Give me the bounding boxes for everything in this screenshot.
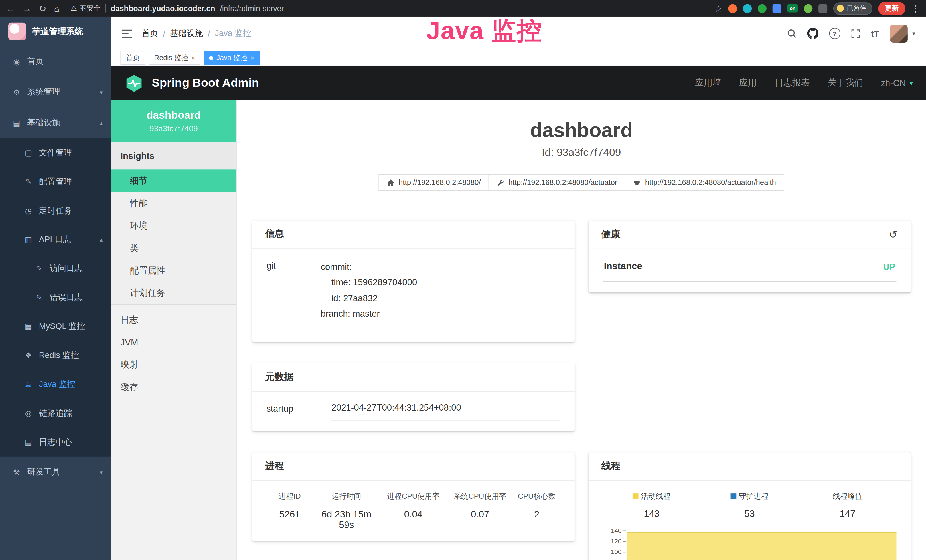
url-path: /infra/admin-server xyxy=(220,4,284,12)
sidebar-item-label: 基础设施 xyxy=(27,118,60,128)
app-logo-icon xyxy=(8,23,26,40)
close-icon[interactable]: × xyxy=(250,54,254,62)
tags-view-bar: 首页 Redis 监控 × Java 监控 × xyxy=(111,50,926,66)
tab-redis-monitor[interactable]: Redis 监控 × xyxy=(149,51,200,65)
hamburger-icon[interactable] xyxy=(122,29,132,38)
home-icon xyxy=(387,179,394,186)
sidebar-item-file-mgmt[interactable]: ▢ 文件管理 xyxy=(0,138,111,167)
chrome-update-button[interactable]: 更新 xyxy=(878,2,905,15)
sidebar-item-api-logs[interactable]: ▥ API 日志 ▴ xyxy=(0,225,111,254)
chevron-up-icon: ▴ xyxy=(100,120,103,126)
tab-home[interactable]: 首页 xyxy=(120,51,145,65)
forward-icon[interactable]: → xyxy=(23,4,31,12)
sidebar-item-metrics[interactable]: 性能 xyxy=(111,192,236,215)
reload-icon[interactable]: ↻ xyxy=(39,4,47,12)
sba-nav-about[interactable]: 关于我们 xyxy=(828,77,863,88)
sidebar-item-mysql-monitor[interactable]: ▦ MySQL 监控 xyxy=(0,312,111,341)
history-icon[interactable]: ↺ xyxy=(889,228,897,241)
fullscreen-icon[interactable] xyxy=(851,29,860,38)
sidebar-item-label: 链路追踪 xyxy=(39,408,72,419)
back-icon[interactable]: ← xyxy=(6,4,15,12)
sidebar-item-infrastructure[interactable]: ▤ 基础设施 ▴ xyxy=(0,107,111,138)
chevron-up-icon: ▴ xyxy=(100,236,103,243)
sidebar-item-mappings[interactable]: 映射 xyxy=(111,353,236,376)
health-instance-row[interactable]: Instance UP xyxy=(602,260,896,282)
sidebar-item-redis-monitor[interactable]: ❖ Redis 监控 xyxy=(0,341,111,370)
sidebar-item-cron-jobs[interactable]: ◷ 定时任务 xyxy=(0,196,111,225)
bookmark-star-icon[interactable]: ☆ xyxy=(714,4,722,12)
close-icon[interactable]: × xyxy=(191,54,195,62)
extension-icon-leaf[interactable] xyxy=(803,4,813,12)
card-title: 健康 xyxy=(601,228,620,241)
instance-detail-pane: dashboard Id: 93a3fc7f7409 http://192.16… xyxy=(237,100,926,560)
endpoint-actuator[interactable]: http://192.168.0.2:48080/actuator xyxy=(489,174,626,191)
col-value: 0.04 xyxy=(380,509,446,520)
process-col-proc-cpu: 进程CPU使用率 0.04 xyxy=(380,492,446,531)
sidebar-item-classes[interactable]: 类 xyxy=(111,237,236,259)
process-col-uptime: 运行时间 6d 23h 15m 59s xyxy=(313,492,380,531)
browser-menu-icon[interactable]: ⋮ xyxy=(911,4,920,12)
info-line: id: 27aa832 xyxy=(321,291,560,306)
security-warning[interactable]: ⚠ 不安全 xyxy=(71,3,101,13)
extension-icon-orange[interactable] xyxy=(728,4,737,12)
sidebar-item-log-center[interactable]: ▤ 日志中心 xyxy=(0,428,111,456)
extension-icon-blue[interactable] xyxy=(773,4,781,12)
axis-tick: 140 xyxy=(611,527,622,534)
process-card-header: 进程 xyxy=(252,453,574,481)
extension-icon-teal[interactable] xyxy=(743,4,752,12)
github-icon[interactable] xyxy=(807,28,818,39)
instance-header[interactable]: dashboard 93a3fc7f7409 xyxy=(111,100,236,142)
sba-logo-icon[interactable] xyxy=(124,73,144,93)
browser-toolbar-right: ☆ on 已暂停 更新 ⋮ xyxy=(714,2,920,15)
sidebar-item-details[interactable]: 细节 xyxy=(111,170,236,192)
address-bar[interactable]: ⚠ 不安全 dashboard.yudao.iocoder.cn/infra/a… xyxy=(71,3,284,13)
search-icon[interactable] xyxy=(787,28,796,38)
sidebar-item-access-logs[interactable]: ✎ 访问日志 xyxy=(0,254,111,283)
sidebar-item-label: 日志中心 xyxy=(39,437,72,447)
home-icon[interactable]: ⌂ xyxy=(54,4,60,12)
help-icon[interactable]: ? xyxy=(829,28,840,39)
sidebar-item-config-props[interactable]: 配置属性 xyxy=(111,259,236,282)
endpoint-health[interactable]: http://192.168.0.2:48080/actuator/health xyxy=(625,174,784,191)
sidebar-item-caches[interactable]: 缓存 xyxy=(111,376,236,398)
sidebar-item-jvm[interactable]: JVM xyxy=(111,331,236,353)
col-value: 2 xyxy=(513,509,560,520)
extensions-puzzle-icon[interactable] xyxy=(819,4,827,12)
locale-selector[interactable]: zh-CN ▾ xyxy=(881,78,913,88)
breadcrumb-home[interactable]: 首页 xyxy=(142,28,158,38)
paused-badge[interactable]: 已暂停 xyxy=(833,2,872,14)
sidebar-item-home[interactable]: ◉ 首页 xyxy=(0,46,111,77)
sba-nav-journal[interactable]: 日志报表 xyxy=(775,77,810,88)
extension-icon-green[interactable] xyxy=(758,4,767,12)
process-card: 进程 进程ID 5261 运行时间 6d 23h 15m 59s xyxy=(252,453,574,541)
info-line: branch: master xyxy=(321,306,560,321)
font-size-icon[interactable]: tT xyxy=(871,29,879,38)
sba-nav-applications[interactable]: 应用 xyxy=(739,77,757,88)
sidebar-item-system-mgmt[interactable]: ⚙ 系统管理 ▾ xyxy=(0,77,111,107)
sidebar-item-tracing[interactable]: ◎ 链路追踪 xyxy=(0,399,111,428)
legend-label: 活动线程 xyxy=(641,492,671,500)
endpoint-base-url[interactable]: http://192.168.0.2:48080/ xyxy=(378,174,489,191)
sidebar-item-error-logs[interactable]: ✎ 错误日志 xyxy=(0,283,111,312)
app-logo[interactable]: 芋道管理系统 xyxy=(0,17,111,46)
chart-live-threads-area xyxy=(627,532,896,560)
sidebar-item-dev-tools[interactable]: ⚒ 研发工具 ▾ xyxy=(0,457,111,487)
extension-icon-on-badge[interactable]: on xyxy=(787,4,798,12)
sba-brand[interactable]: Spring Boot Admin xyxy=(152,76,259,90)
sidebar-item-scheduled-tasks[interactable]: 计划任务 xyxy=(111,282,236,304)
sba-nav-wallboard[interactable]: 应用墙 xyxy=(695,77,721,88)
chevron-down-icon[interactable]: ▾ xyxy=(912,30,915,37)
main-column: 首页 / 基础设施 / Java 监控 ? tT ▾ xyxy=(111,17,926,560)
avatar[interactable] xyxy=(890,24,908,42)
sidebar-item-java-monitor[interactable]: ☕ Java 监控 xyxy=(0,370,111,398)
sidebar-item-config-mgmt[interactable]: ✎ 配置管理 xyxy=(0,167,111,196)
health-card: 健康 ↺ Instance UP xyxy=(589,220,911,292)
sidebar-item-environment[interactable]: 环境 xyxy=(111,215,236,237)
sidebar-item-logs[interactable]: 日志 xyxy=(111,309,236,331)
app-sidebar: 芋道管理系统 ◉ 首页 ⚙ 系统管理 ▾ ▤ 基础设施 ▴ ▢ 文件管理 ✎ 配… xyxy=(0,17,111,560)
breadcrumb-infrastructure[interactable]: 基础设施 xyxy=(170,28,203,38)
col-header: 进程CPU使用率 xyxy=(380,492,446,501)
metadata-card-body: startup 2021-04-27T00:44:31.254+08:00 xyxy=(252,392,574,431)
chart-plot-area xyxy=(626,530,896,560)
tab-java-monitor[interactable]: Java 监控 × xyxy=(204,51,260,65)
